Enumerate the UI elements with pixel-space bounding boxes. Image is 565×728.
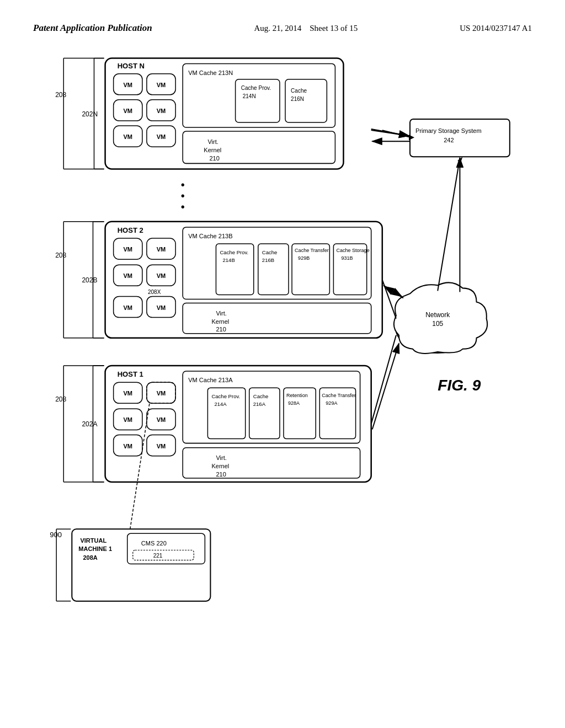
svg-text:•: • xyxy=(181,200,185,212)
sheet-info: Sheet 13 of 15 xyxy=(310,24,358,33)
svg-line-157 xyxy=(385,286,403,298)
svg-line-147 xyxy=(438,158,460,291)
svg-rect-107 xyxy=(183,447,360,478)
svg-text:VM Cache 213B: VM Cache 213B xyxy=(188,232,232,239)
svg-text:VM: VM xyxy=(157,390,166,397)
svg-text:216B: 216B xyxy=(262,257,274,263)
svg-text:VM: VM xyxy=(157,304,166,311)
svg-text:Cache Prov.: Cache Prov. xyxy=(211,393,240,399)
svg-text:VM: VM xyxy=(157,416,166,423)
svg-text:VM: VM xyxy=(123,246,132,253)
svg-text:929B: 929B xyxy=(298,255,310,261)
diagram-svg: HOST N VM VM VM VM VM VM VM Cache 213N C… xyxy=(33,46,532,686)
svg-text:VM: VM xyxy=(123,107,132,114)
svg-text:VM: VM xyxy=(123,442,132,449)
publication-label: Patent Application Publication xyxy=(33,22,152,34)
svg-text:VM: VM xyxy=(123,390,132,397)
svg-text:Cache Transfer: Cache Transfer xyxy=(295,248,329,253)
svg-text:208: 208 xyxy=(55,90,66,98)
svg-text:•: • xyxy=(181,189,185,201)
svg-line-158 xyxy=(372,343,399,429)
svg-text:210: 210 xyxy=(216,470,226,477)
svg-text:Cache Transfer: Cache Transfer xyxy=(322,393,356,398)
svg-text:208: 208 xyxy=(55,251,66,259)
svg-rect-78 xyxy=(105,366,371,482)
pub-date: Aug. 21, 2014 xyxy=(254,24,301,33)
svg-text:CMS 220: CMS 220 xyxy=(141,540,167,547)
svg-text:VM: VM xyxy=(123,133,132,140)
svg-text:VM: VM xyxy=(157,246,166,253)
svg-text:Retention: Retention xyxy=(286,393,308,398)
header-center: Aug. 21, 2014 Sheet 13 of 15 xyxy=(254,22,358,35)
svg-text:VM: VM xyxy=(123,81,132,88)
svg-text:202B: 202B xyxy=(82,276,97,284)
svg-text:242: 242 xyxy=(444,137,454,143)
svg-text:VM: VM xyxy=(157,133,166,140)
svg-text:Cache Prov.: Cache Prov. xyxy=(241,84,271,90)
svg-text:Cache: Cache xyxy=(262,249,278,255)
svg-text:929A: 929A xyxy=(326,400,337,406)
svg-text:VM: VM xyxy=(157,107,166,114)
svg-text:MACHINE 1: MACHINE 1 xyxy=(78,545,112,552)
svg-text:214N: 214N xyxy=(243,93,256,99)
svg-text:Cache Prov.: Cache Prov. xyxy=(220,249,248,255)
svg-text:HOST 2: HOST 2 xyxy=(118,226,143,234)
svg-text:VM Cache 213A: VM Cache 213A xyxy=(188,377,233,383)
svg-text:FIG. 9: FIG. 9 xyxy=(438,377,481,394)
svg-text:Network: Network xyxy=(425,311,450,318)
svg-text:208A: 208A xyxy=(83,554,97,560)
svg-text:HOST N: HOST N xyxy=(118,61,145,69)
svg-text:208: 208 xyxy=(55,395,66,403)
svg-text:HOST 1: HOST 1 xyxy=(118,370,143,378)
svg-text:216A: 216A xyxy=(253,401,266,407)
svg-text:210: 210 xyxy=(216,325,226,332)
svg-text:Primary Storage System: Primary Storage System xyxy=(415,127,482,134)
svg-text:Kernel: Kernel xyxy=(211,318,229,324)
svg-text:Virt.: Virt. xyxy=(216,454,226,461)
svg-rect-66 xyxy=(183,303,371,333)
svg-text:214A: 214A xyxy=(214,401,227,407)
svg-text:Virt.: Virt. xyxy=(207,138,218,145)
svg-text:Cache Storage: Cache Storage xyxy=(336,248,369,253)
patent-number: US 2014/0237147 A1 xyxy=(460,22,532,35)
svg-text:Kernel: Kernel xyxy=(211,462,229,469)
svg-text:208X: 208X xyxy=(148,289,161,295)
svg-text:VM Cache 213N: VM Cache 213N xyxy=(188,69,233,76)
svg-text:Cache: Cache xyxy=(253,393,269,399)
page: Patent Application Publication Aug. 21, … xyxy=(0,0,565,728)
svg-line-153 xyxy=(371,129,409,136)
svg-text:221: 221 xyxy=(153,552,163,558)
svg-text:202A: 202A xyxy=(82,420,98,428)
diagram-area: HOST N VM VM VM VM VM VM VM Cache 213N C… xyxy=(33,46,532,686)
svg-rect-141 xyxy=(410,119,510,157)
svg-text:VM: VM xyxy=(123,304,132,311)
svg-text:900: 900 xyxy=(50,531,62,539)
svg-text:Virt.: Virt. xyxy=(216,309,226,316)
svg-text:VM: VM xyxy=(157,442,166,449)
svg-text:216N: 216N xyxy=(291,95,304,101)
svg-rect-125 xyxy=(133,550,194,560)
svg-line-150 xyxy=(371,335,396,424)
svg-text:928A: 928A xyxy=(288,400,300,406)
svg-text:VM: VM xyxy=(157,81,166,88)
svg-line-159 xyxy=(130,403,150,529)
svg-text:Cache: Cache xyxy=(291,87,307,93)
svg-text:210: 210 xyxy=(209,155,219,162)
svg-text:VM: VM xyxy=(157,272,166,279)
svg-text:214B: 214B xyxy=(223,257,235,263)
svg-text:105: 105 xyxy=(432,319,443,327)
svg-text:202N: 202N xyxy=(82,110,98,118)
svg-text:VM: VM xyxy=(123,272,132,279)
page-header: Patent Application Publication Aug. 21, … xyxy=(33,22,532,35)
svg-text:Kernel: Kernel xyxy=(204,147,221,153)
svg-marker-145 xyxy=(409,135,414,140)
svg-text:931B: 931B xyxy=(341,255,353,261)
svg-text:VIRTUAL: VIRTUAL xyxy=(80,537,106,544)
svg-text:•: • xyxy=(181,178,185,190)
svg-text:VM: VM xyxy=(123,416,132,423)
